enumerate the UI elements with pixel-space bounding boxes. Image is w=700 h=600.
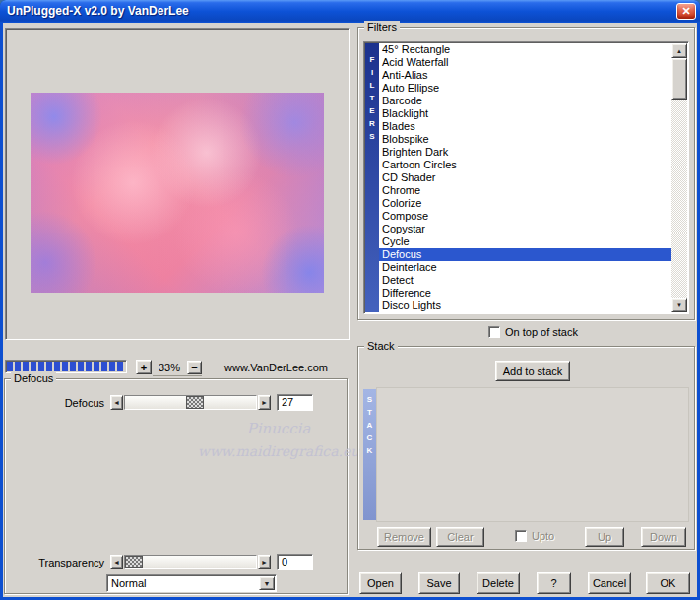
up-arrow-icon: ▲ — [676, 48, 682, 54]
upto-checkbox[interactable] — [515, 530, 527, 542]
progress-bar-fill — [7, 362, 125, 371]
close-button[interactable]: ✕ — [676, 3, 696, 20]
filter-list-item[interactable]: Defocus — [379, 248, 671, 261]
filters-vertical-label: FILTERS — [365, 43, 379, 312]
plugin-window: UnPlugged-X v2.0 by VanDerLee ✕ + 33% − … — [0, 0, 700, 600]
filter-list-item[interactable]: 45° Rectangle — [379, 43, 671, 56]
on-top-checkbox[interactable] — [488, 326, 500, 338]
close-icon: ✕ — [681, 5, 690, 18]
defocus-slider-track[interactable] — [124, 395, 257, 410]
filter-list-item[interactable]: Detect — [379, 274, 671, 287]
down-button[interactable]: Down — [641, 527, 686, 547]
down-arrow-icon: ▼ — [676, 302, 682, 308]
filter-list-item[interactable]: Chrome — [379, 184, 671, 197]
defocus-slider-right-button[interactable]: ► — [258, 395, 271, 410]
filter-list-item[interactable]: Anti-Alias — [379, 69, 671, 82]
filter-list-item[interactable]: Compose — [379, 210, 671, 223]
filter-list-item[interactable]: Disco Lights — [379, 300, 671, 312]
remove-button[interactable]: Remove — [377, 527, 431, 547]
zoom-level: 33% — [153, 362, 186, 373]
filter-list-item[interactable]: Barcode — [379, 95, 671, 107]
upto-label: Upto — [532, 530, 554, 542]
dialog-content: + 33% − www.VanDerLee.com Defocus Defocu… — [3, 23, 697, 597]
transparency-slider-handle[interactable] — [125, 556, 143, 568]
on-top-label: On top of stack — [505, 326, 578, 338]
transparency-slider-label: Transparency — [11, 557, 104, 568]
zoom-out-button[interactable]: − — [187, 361, 202, 374]
filter-list-item[interactable]: Acid Waterfall — [379, 56, 671, 69]
open-button[interactable]: Open — [359, 572, 402, 594]
help-button[interactable]: ? — [537, 572, 571, 594]
ok-button[interactable]: OK — [646, 572, 690, 594]
clear-button[interactable]: Clear — [436, 527, 484, 547]
chevron-down-icon: ▼ — [264, 580, 271, 587]
transparency-value-input[interactable]: 0 — [277, 554, 313, 570]
filter-list-item[interactable]: Blades — [379, 120, 671, 133]
upto-option[interactable]: Upto — [515, 530, 554, 542]
filter-list-item[interactable]: Difference — [379, 287, 671, 300]
window-title: UnPlugged-X v2.0 by VanDerLee — [7, 4, 189, 18]
left-arrow-icon: ◄ — [113, 559, 120, 566]
right-arrow-icon: ► — [261, 399, 268, 406]
scrollbar-thumb[interactable] — [671, 58, 687, 100]
right-arrow-icon: ► — [261, 559, 268, 566]
filters-listbox: FILTERS 45° RectangleAcid WaterfallAnti-… — [363, 41, 689, 314]
save-button[interactable]: Save — [418, 572, 460, 594]
filter-list-item[interactable]: Blobspike — [379, 133, 671, 146]
left-arrow-icon: ◄ — [113, 399, 120, 406]
filter-list-item[interactable]: Copystar — [379, 223, 671, 235]
blend-mode-dropdown-button[interactable]: ▼ — [259, 576, 275, 590]
filter-list-item[interactable]: Brighten Dark — [379, 146, 671, 159]
progress-bar — [5, 360, 127, 373]
stack-group-label: Stack — [364, 340, 398, 352]
transparency-slider-track[interactable] — [124, 555, 257, 569]
filter-list-item[interactable]: Cartoon Circles — [379, 159, 671, 171]
defocus-slider-left-button[interactable]: ◄ — [110, 395, 123, 410]
defocus-slider-handle[interactable] — [186, 396, 204, 409]
scrollbar-track[interactable] — [671, 58, 687, 298]
preview-image[interactable] — [31, 93, 324, 293]
preview-panel — [5, 28, 350, 340]
filter-list-item[interactable]: CD Shader — [379, 171, 671, 184]
delete-button[interactable]: Delete — [477, 572, 520, 594]
zoom-in-button[interactable]: + — [136, 360, 152, 374]
defocus-slider-label: Defocus — [18, 397, 104, 409]
blend-mode-select[interactable]: Normal ▼ — [106, 574, 277, 592]
scroll-up-button[interactable]: ▲ — [671, 43, 687, 58]
filter-list-item[interactable]: Blacklight — [379, 107, 671, 120]
filter-list: 45° RectangleAcid WaterfallAnti-AliasAut… — [379, 43, 671, 312]
filter-list-item[interactable]: Deinterlace — [379, 261, 671, 274]
filter-list-item[interactable]: Colorize — [379, 197, 671, 210]
add-to-stack-button[interactable]: Add to stack — [495, 361, 570, 381]
up-button[interactable]: Up — [585, 527, 624, 547]
stack-list — [376, 387, 689, 522]
filter-list-item[interactable]: Cycle — [379, 235, 671, 248]
transparency-slider-right-button[interactable]: ► — [258, 555, 271, 569]
filters-scrollbar[interactable]: ▲ ▼ — [671, 43, 687, 312]
transparency-slider-left-button[interactable]: ◄ — [110, 555, 123, 569]
defocus-value-input[interactable]: 27 — [277, 394, 313, 411]
blend-mode-value: Normal — [111, 577, 146, 589]
filter-list-item[interactable]: Auto Ellipse — [379, 82, 671, 95]
defocus-group-label: Defocus — [11, 372, 56, 384]
scroll-down-button[interactable]: ▼ — [671, 298, 687, 312]
filters-group-label: Filters — [364, 21, 400, 33]
zoom-divider — [153, 375, 202, 376]
stack-vertical-label: STACK — [363, 389, 376, 520]
cancel-button[interactable]: Cancel — [588, 572, 631, 594]
titlebar[interactable]: UnPlugged-X v2.0 by VanDerLee ✕ — [0, 0, 700, 23]
website-link[interactable]: www.VanDerLee.com — [224, 362, 328, 373]
on-top-of-stack-option[interactable]: On top of stack — [488, 326, 578, 338]
